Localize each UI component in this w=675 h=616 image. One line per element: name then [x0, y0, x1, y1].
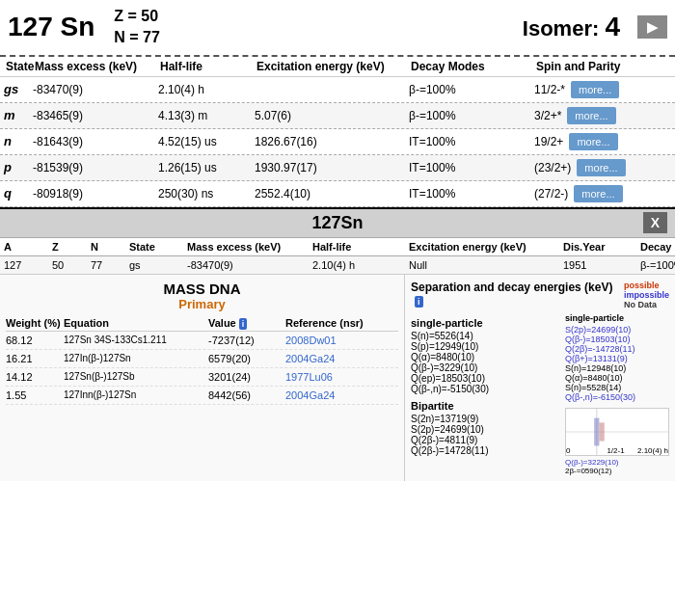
md-weight-0: 68.12 — [6, 335, 64, 346]
md-ref-2[interactable]: 1977Lu06 — [285, 371, 382, 383]
corner-button[interactable]: ▶ — [637, 15, 667, 39]
decay-modes-n: IT=100% — [409, 135, 534, 148]
mini-chart: 0 1/2-1 2.10(4) h — [565, 408, 669, 456]
brow-z: 50 — [52, 259, 91, 271]
bcol-excitation: Excitation energy (keV) — [409, 241, 563, 253]
excitation-m: 5.07(6) — [255, 109, 409, 122]
sep-right-val-1: Q(β-)=18503(10) — [565, 335, 669, 344]
sep-right-val-7: Q(β-,n)=-6150(30) — [565, 392, 669, 402]
top-section: 127 Sn Z = 50 N = 77 Isomer: 4 ▶ State M… — [0, 0, 675, 209]
sep-right-val-3: Q(β+)=13131(9) — [565, 354, 669, 363]
sep-title: Separation and decay energies (keV) i — [411, 281, 618, 308]
md-col-ref: Reference (nsr) — [285, 317, 382, 329]
md-value-2: 3201(24) — [208, 371, 285, 383]
bcol-state: State — [129, 241, 187, 253]
zn-info: Z = 50 N = 77 — [114, 6, 160, 49]
bcol-a: A — [4, 241, 52, 253]
md-ref-1[interactable]: 2004Ga24 — [285, 353, 382, 364]
sep-right-val-4: S(n)=12948(10) — [565, 363, 669, 373]
sep-right-val-6: S(n)=5528(14) — [565, 383, 669, 392]
bip-val-1: S(2p)=24699(10) — [411, 424, 565, 435]
md-col-equation: Equation — [64, 317, 208, 329]
svg-rect-2 — [594, 417, 599, 445]
md-value-3: 8442(56) — [208, 389, 285, 401]
md-col-value: Value i — [208, 317, 285, 329]
sep-info-icon[interactable]: i — [415, 296, 423, 308]
table-row: p -81539(9) 1.26(15) us 1930.97(17) IT=1… — [0, 155, 675, 181]
bottom-title: 127Sn — [311, 213, 363, 233]
more-button-q[interactable]: more... — [574, 185, 622, 202]
state-m: m — [4, 108, 33, 122]
separation-panel: Separation and decay energies (keV) i po… — [405, 275, 675, 481]
more-button-p[interactable]: more... — [577, 159, 625, 176]
value-info-icon[interactable]: i — [239, 318, 248, 330]
sep-content: single-particle S(n)=5526(14) S(p)=12949… — [411, 313, 669, 475]
mass-dna-row: 14.12 127Sn(β-)127Sb 3201(24) 1977Lu06 — [6, 368, 398, 387]
more-button-n[interactable]: more... — [569, 133, 617, 150]
state-gs: gs — [4, 82, 33, 96]
bcol-z: Z — [52, 241, 91, 253]
brow-a: 127 — [4, 259, 52, 271]
col-state: State — [4, 59, 33, 74]
mass-dna-title: MASS DNA — [6, 281, 398, 297]
spin-parity-n: 19/2+ — [534, 135, 563, 148]
table-row: gs -83470(9) 2.10(4) h β-=100% 11/2-* mo… — [0, 77, 675, 103]
sep-impossible: impossible — [624, 290, 669, 300]
mass-excess-q: -80918(9) — [33, 187, 158, 201]
md-equation-2: 127Sn(β-)127Sb — [64, 371, 208, 382]
md-value-1: 6579(20) — [208, 353, 285, 364]
brow-year: 1951 — [563, 259, 640, 271]
md-col-weight: Weight (%) — [6, 317, 64, 329]
state-n: n — [4, 134, 33, 148]
half-life-n: 4.52(15) us — [158, 135, 255, 148]
sep-possible: possible — [624, 281, 669, 290]
bip-val-3: Q(2β-)=14728(11) — [411, 445, 565, 456]
mass-dna-row: 16.21 127In(β-)127Sn 6579(20) 2004Ga24 — [6, 350, 398, 368]
bcol-year: Dis.Year — [563, 241, 640, 253]
col-decay-modes: Decay Modes — [409, 59, 534, 74]
chart-label-0: 0 — [566, 446, 570, 455]
half-life-p: 1.26(15) us — [158, 161, 255, 174]
brow-n: 77 — [91, 259, 129, 271]
col-half-life: Half-life — [158, 59, 255, 74]
chart-right-val-0: Q(β-)=3229(10) — [565, 458, 669, 467]
mass-dna-panel: MASS DNA Primary Weight (%) Equation Val… — [0, 275, 405, 481]
nuclide-title: 127 Sn — [8, 12, 94, 42]
md-equation-1: 127In(β-)127Sn — [64, 353, 208, 363]
sep-val-2: Q(α)=8480(10) — [411, 352, 565, 362]
excitation-n: 1826.67(16) — [255, 135, 409, 148]
sep-val-5: Q(β-,n)=-5150(30) — [411, 384, 565, 394]
spin-parity-p: (23/2+) — [534, 161, 571, 174]
mass-dna-row: 68.12 127Sn 34S-133Cs1.211 -7237(12) 200… — [6, 332, 398, 350]
state-p: p — [4, 160, 33, 174]
chart-label-2: 2.10(4) h — [637, 446, 668, 455]
more-button-gs[interactable]: more... — [571, 81, 619, 98]
md-weight-3: 1.55 — [6, 389, 64, 401]
mass-excess-m: -83465(9) — [33, 109, 158, 122]
bip-val-2: Q(2β-)=4811(9) — [411, 435, 565, 445]
mass-excess-n: -81643(9) — [33, 135, 158, 148]
isomer-label: Isomer: 4 — [523, 12, 620, 42]
sep-left: single-particle S(n)=5526(14) S(p)=12949… — [411, 313, 565, 475]
n-value: N = 77 — [114, 27, 160, 48]
close-button[interactable]: X — [643, 212, 667, 233]
bcol-n: N — [91, 241, 129, 253]
md-weight-2: 14.12 — [6, 371, 64, 383]
decay-modes-m: β-=100% — [409, 109, 534, 122]
half-life-m: 4.13(3) m — [158, 109, 255, 122]
bcol-mass: Mass excess (keV) — [187, 241, 312, 253]
brow-halflife: 2.10(4) h — [312, 259, 409, 271]
sep-val-4: Q(ep)=18503(10) — [411, 373, 565, 384]
sep-val-0: S(n)=5526(14) — [411, 331, 565, 341]
brow-excitation: Null — [409, 259, 563, 271]
header-row: 127 Sn Z = 50 N = 77 Isomer: 4 ▶ — [0, 0, 675, 57]
decay-modes-q: IT=100% — [409, 187, 534, 201]
md-ref-0[interactable]: 2008Dw01 — [285, 335, 382, 346]
sep-right-val-2: Q(2β)=-14728(11) — [565, 344, 669, 354]
col-spin-parity: Spin and Parity — [534, 59, 675, 74]
more-button-m[interactable]: more... — [567, 107, 615, 124]
bottom-header: 127Sn X — [0, 209, 675, 238]
bottom-panel: 127Sn X A Z N State Mass excess (keV) Ha… — [0, 209, 675, 481]
md-ref-3[interactable]: 2004Ga24 — [285, 389, 382, 401]
sep-right-val-0: S(2p)=24699(10) — [565, 325, 669, 335]
